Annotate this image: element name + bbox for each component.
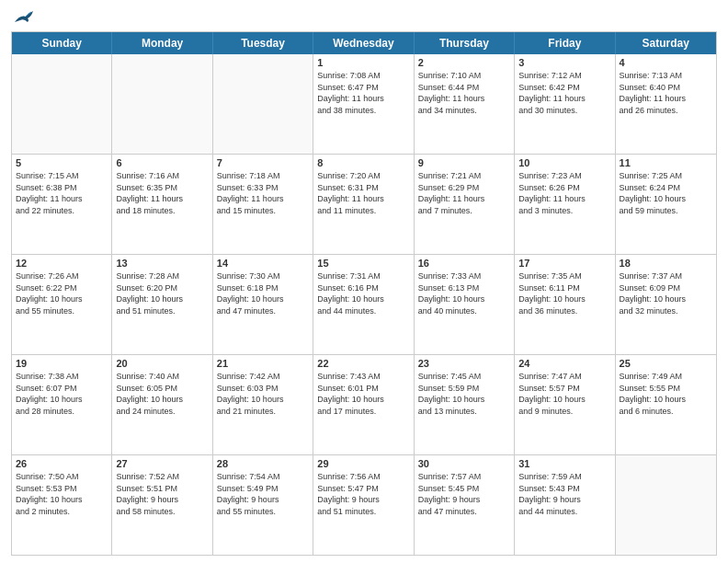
calendar-row-1: 1Sunrise: 7:08 AM Sunset: 6:47 PM Daylig… (12, 54, 716, 155)
day-cell-21: 21Sunrise: 7:42 AM Sunset: 6:03 PM Dayli… (213, 355, 313, 454)
day-number: 24 (518, 358, 610, 369)
day-info: Sunrise: 7:08 AM Sunset: 6:47 PM Dayligh… (317, 70, 409, 116)
day-info: Sunrise: 7:25 AM Sunset: 6:24 PM Dayligh… (620, 170, 712, 216)
day-cell-10: 10Sunrise: 7:23 AM Sunset: 6:26 PM Dayli… (515, 155, 615, 254)
day-number: 12 (16, 258, 108, 269)
day-info: Sunrise: 7:33 AM Sunset: 6:13 PM Dayligh… (418, 270, 510, 316)
empty-cell-0-1 (112, 54, 212, 154)
day-number: 20 (116, 358, 208, 369)
day-number: 1 (317, 57, 409, 68)
day-info: Sunrise: 7:54 AM Sunset: 5:49 PM Dayligh… (217, 471, 309, 517)
day-header-monday: Monday (112, 32, 212, 54)
day-info: Sunrise: 7:16 AM Sunset: 6:35 PM Dayligh… (116, 170, 208, 216)
day-header-tuesday: Tuesday (213, 32, 313, 54)
day-number: 22 (317, 358, 409, 369)
day-info: Sunrise: 7:26 AM Sunset: 6:22 PM Dayligh… (16, 270, 108, 316)
day-number: 11 (620, 157, 712, 168)
calendar-row-4: 19Sunrise: 7:38 AM Sunset: 6:07 PM Dayli… (12, 355, 716, 455)
calendar-row-2: 5Sunrise: 7:15 AM Sunset: 6:38 PM Daylig… (12, 155, 716, 255)
day-cell-31: 31Sunrise: 7:59 AM Sunset: 5:43 PM Dayli… (515, 455, 615, 555)
day-cell-23: 23Sunrise: 7:45 AM Sunset: 5:59 PM Dayli… (415, 355, 515, 454)
day-number: 17 (518, 258, 610, 269)
day-number: 30 (418, 458, 510, 469)
calendar-body: 1Sunrise: 7:08 AM Sunset: 6:47 PM Daylig… (12, 54, 716, 555)
day-number: 7 (217, 157, 309, 168)
day-cell-7: 7Sunrise: 7:18 AM Sunset: 6:33 PM Daylig… (213, 155, 313, 254)
day-cell-2: 2Sunrise: 7:10 AM Sunset: 6:44 PM Daylig… (415, 54, 515, 154)
day-number: 15 (317, 258, 409, 269)
day-number: 8 (317, 157, 409, 168)
day-number: 19 (16, 358, 108, 369)
day-cell-1: 1Sunrise: 7:08 AM Sunset: 6:47 PM Daylig… (313, 54, 414, 154)
day-cell-6: 6Sunrise: 7:16 AM Sunset: 6:35 PM Daylig… (112, 155, 212, 254)
calendar-row-3: 12Sunrise: 7:26 AM Sunset: 6:22 PM Dayli… (12, 255, 716, 355)
day-number: 29 (317, 458, 409, 469)
empty-cell-4-6 (616, 455, 716, 555)
day-number: 25 (620, 358, 712, 369)
day-number: 16 (418, 258, 510, 269)
calendar-row-5: 26Sunrise: 7:50 AM Sunset: 5:53 PM Dayli… (12, 455, 716, 555)
calendar: SundayMondayTuesdayWednesdayThursdayFrid… (11, 31, 717, 556)
day-cell-4: 4Sunrise: 7:13 AM Sunset: 6:40 PM Daylig… (616, 54, 716, 154)
day-info: Sunrise: 7:56 AM Sunset: 5:47 PM Dayligh… (317, 471, 409, 517)
day-number: 26 (16, 458, 108, 469)
day-info: Sunrise: 7:42 AM Sunset: 6:03 PM Dayligh… (217, 371, 309, 417)
day-info: Sunrise: 7:59 AM Sunset: 5:43 PM Dayligh… (518, 471, 610, 517)
day-cell-12: 12Sunrise: 7:26 AM Sunset: 6:22 PM Dayli… (12, 255, 112, 354)
day-info: Sunrise: 7:35 AM Sunset: 6:11 PM Dayligh… (518, 270, 610, 316)
day-info: Sunrise: 7:45 AM Sunset: 5:59 PM Dayligh… (418, 371, 510, 417)
day-info: Sunrise: 7:47 AM Sunset: 5:57 PM Dayligh… (518, 371, 610, 417)
day-cell-13: 13Sunrise: 7:28 AM Sunset: 6:20 PM Dayli… (112, 255, 212, 354)
day-number: 6 (116, 157, 208, 168)
day-cell-20: 20Sunrise: 7:40 AM Sunset: 6:05 PM Dayli… (112, 355, 212, 454)
day-number: 3 (518, 57, 610, 68)
day-header-thursday: Thursday (415, 32, 515, 54)
day-info: Sunrise: 7:49 AM Sunset: 5:55 PM Dayligh… (620, 371, 712, 417)
day-header-saturday: Saturday (616, 32, 716, 54)
day-info: Sunrise: 7:10 AM Sunset: 6:44 PM Dayligh… (418, 70, 510, 116)
day-cell-11: 11Sunrise: 7:25 AM Sunset: 6:24 PM Dayli… (616, 155, 716, 254)
day-info: Sunrise: 7:38 AM Sunset: 6:07 PM Dayligh… (16, 371, 108, 417)
day-info: Sunrise: 7:15 AM Sunset: 6:38 PM Dayligh… (16, 170, 108, 216)
day-number: 10 (518, 157, 610, 168)
day-info: Sunrise: 7:50 AM Sunset: 5:53 PM Dayligh… (16, 471, 108, 517)
day-cell-8: 8Sunrise: 7:20 AM Sunset: 6:31 PM Daylig… (313, 155, 414, 254)
day-cell-30: 30Sunrise: 7:57 AM Sunset: 5:45 PM Dayli… (415, 455, 515, 555)
day-cell-16: 16Sunrise: 7:33 AM Sunset: 6:13 PM Dayli… (415, 255, 515, 354)
day-cell-29: 29Sunrise: 7:56 AM Sunset: 5:47 PM Dayli… (313, 455, 414, 555)
day-cell-15: 15Sunrise: 7:31 AM Sunset: 6:16 PM Dayli… (313, 255, 414, 354)
day-number: 13 (116, 258, 208, 269)
day-cell-25: 25Sunrise: 7:49 AM Sunset: 5:55 PM Dayli… (616, 355, 716, 454)
day-cell-5: 5Sunrise: 7:15 AM Sunset: 6:38 PM Daylig… (12, 155, 112, 254)
day-info: Sunrise: 7:37 AM Sunset: 6:09 PM Dayligh… (620, 270, 712, 316)
header (11, 9, 717, 26)
logo (11, 9, 33, 26)
day-cell-3: 3Sunrise: 7:12 AM Sunset: 6:42 PM Daylig… (515, 54, 615, 154)
day-cell-17: 17Sunrise: 7:35 AM Sunset: 6:11 PM Dayli… (515, 255, 615, 354)
day-info: Sunrise: 7:18 AM Sunset: 6:33 PM Dayligh… (217, 170, 309, 216)
day-number: 21 (217, 358, 309, 369)
day-header-friday: Friday (515, 32, 615, 54)
calendar-header: SundayMondayTuesdayWednesdayThursdayFrid… (12, 32, 716, 54)
day-cell-28: 28Sunrise: 7:54 AM Sunset: 5:49 PM Dayli… (213, 455, 313, 555)
day-number: 9 (418, 157, 510, 168)
day-info: Sunrise: 7:31 AM Sunset: 6:16 PM Dayligh… (317, 270, 409, 316)
empty-cell-0-0 (12, 54, 112, 154)
day-info: Sunrise: 7:40 AM Sunset: 6:05 PM Dayligh… (116, 371, 208, 417)
day-info: Sunrise: 7:43 AM Sunset: 6:01 PM Dayligh… (317, 371, 409, 417)
logo-bird-icon (13, 9, 33, 26)
day-cell-24: 24Sunrise: 7:47 AM Sunset: 5:57 PM Dayli… (515, 355, 615, 454)
day-number: 27 (116, 458, 208, 469)
day-number: 4 (620, 57, 712, 68)
day-info: Sunrise: 7:21 AM Sunset: 6:29 PM Dayligh… (418, 170, 510, 216)
day-cell-22: 22Sunrise: 7:43 AM Sunset: 6:01 PM Dayli… (313, 355, 414, 454)
day-number: 18 (620, 258, 712, 269)
day-info: Sunrise: 7:12 AM Sunset: 6:42 PM Dayligh… (518, 70, 610, 116)
day-info: Sunrise: 7:57 AM Sunset: 5:45 PM Dayligh… (418, 471, 510, 517)
day-cell-14: 14Sunrise: 7:30 AM Sunset: 6:18 PM Dayli… (213, 255, 313, 354)
day-header-sunday: Sunday (12, 32, 112, 54)
day-number: 23 (418, 358, 510, 369)
day-info: Sunrise: 7:23 AM Sunset: 6:26 PM Dayligh… (518, 170, 610, 216)
main-container: SundayMondayTuesdayWednesdayThursdayFrid… (0, 0, 728, 563)
day-number: 14 (217, 258, 309, 269)
